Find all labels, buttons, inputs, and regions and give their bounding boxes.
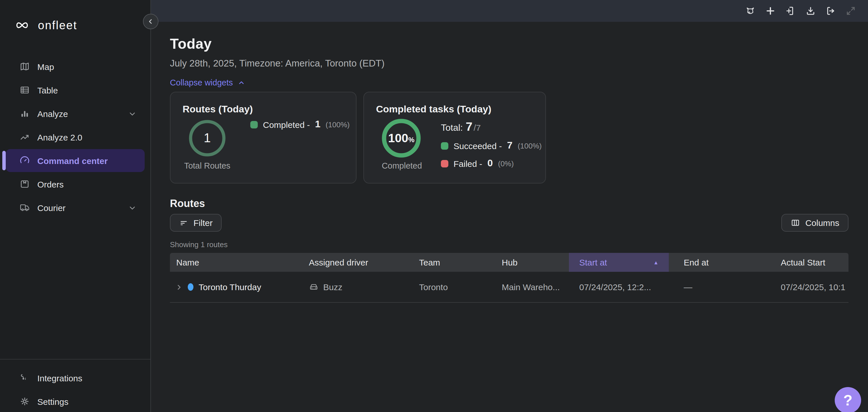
table-header-row: Name Assigned driver Team Hub Start at ▲…	[170, 253, 848, 272]
gear-icon	[20, 396, 30, 407]
sidebar-item-label: Courier	[37, 203, 65, 212]
sidebar-item-label: Settings	[37, 397, 68, 406]
bar-chart-icon	[20, 108, 30, 119]
legend-item-failed: Failed - 0 (0%)	[441, 158, 541, 169]
legend-item-completed: Completed - 1 (100%)	[250, 119, 350, 130]
download-icon[interactable]	[805, 6, 816, 16]
table-icon	[20, 85, 30, 95]
sidebar-item-orders[interactable]: Orders	[6, 173, 145, 196]
filter-icon	[179, 218, 188, 227]
onfleet-logo: onfleet	[0, 0, 150, 36]
showing-count: Showing 1 routes	[170, 240, 849, 249]
main-area: Today July 28th, 2025, Timezone: America…	[151, 0, 868, 412]
sidebar-nav: Map Table Analyze	[0, 55, 150, 219]
end-at-cell: —	[669, 282, 774, 292]
sidebar-item-label: Integrations	[37, 373, 82, 383]
truck-icon	[20, 202, 30, 213]
legend-label: Completed -	[263, 119, 310, 129]
columns-icon	[790, 218, 800, 228]
sidebar-item-command-center[interactable]: Command center	[6, 149, 145, 172]
legend-pct: (0%)	[498, 159, 514, 168]
help-button[interactable]: ?	[835, 387, 861, 412]
column-header-assigned-driver[interactable]: Assigned driver	[302, 253, 412, 272]
actual-start-cell: 07/24/2025, 10:1	[774, 282, 848, 292]
car-front-icon	[309, 282, 319, 292]
legend-item-succeeded: Succeeded - 7 (100%)	[441, 140, 541, 151]
chevron-down-icon	[128, 109, 136, 118]
team-cell: Toronto	[412, 282, 495, 292]
table-row[interactable]: Toronto Thurday Buzz Toronto	[170, 272, 848, 303]
sidebar-item-analyze[interactable]: Analyze	[6, 102, 145, 125]
gauge-icon	[20, 156, 30, 166]
trending-up-icon	[20, 132, 30, 142]
sidebar: onfleet Map Table	[0, 0, 151, 412]
legend-pct: (100%)	[518, 141, 541, 150]
widget-title: Completed tasks (Today)	[376, 104, 491, 115]
legend-swatch-green	[250, 121, 258, 128]
widgets-row: Routes (Today) 1 Total Routes Completed …	[170, 92, 849, 183]
onfleet-infinity-icon	[12, 20, 32, 31]
sidebar-item-courier[interactable]: Courier	[6, 196, 145, 219]
routes-section-title: Routes	[170, 198, 849, 210]
legend-pct: (100%)	[326, 120, 350, 129]
routes-today-widget: Routes (Today) 1 Total Routes Completed …	[170, 92, 356, 183]
total-suffix: /7	[474, 123, 481, 133]
hub-cell: Main Wareho...	[495, 282, 569, 292]
legend-swatch-red	[441, 160, 448, 167]
driver-name: Buzz	[323, 282, 342, 292]
filter-button-label: Filter	[193, 218, 213, 228]
sidebar-item-map[interactable]: Map	[6, 55, 145, 78]
chevron-left-icon	[147, 18, 154, 25]
fox-settings-icon[interactable]	[745, 6, 755, 16]
sidebar-item-table[interactable]: Table	[6, 78, 145, 102]
legend-value: 0	[487, 158, 493, 169]
column-header-name[interactable]: Name	[170, 253, 302, 272]
sidebar-item-integrations[interactable]: Integrations	[6, 367, 145, 389]
completed-tasks-widget: Completed tasks (Today) 100% Completed T…	[363, 92, 546, 183]
column-header-start-at[interactable]: Start at ▲	[569, 253, 669, 272]
package-icon	[20, 179, 30, 189]
logo-wordmark: onfleet	[38, 19, 77, 32]
column-header-team[interactable]: Team	[412, 253, 495, 272]
onfleet-app: onfleet Map Table	[0, 0, 868, 412]
legend-label: Failed -	[454, 159, 482, 168]
expand-icon[interactable]	[846, 6, 856, 16]
map-icon	[20, 61, 30, 72]
sidebar-bottom-nav: Integrations Settings	[0, 359, 150, 412]
route-name: Toronto Thurday	[198, 282, 261, 292]
filter-button[interactable]: Filter	[170, 214, 222, 232]
sidebar-spacer	[0, 219, 150, 359]
tasks-donut-chart: 100%	[381, 117, 422, 159]
total-label: Total:	[441, 123, 463, 133]
routes-donut-value: 1	[188, 119, 227, 158]
column-header-actual-start[interactable]: Actual Start	[774, 253, 848, 272]
collapse-sidebar-button[interactable]	[143, 14, 158, 29]
columns-button-label: Columns	[805, 218, 839, 228]
column-header-end-at[interactable]: End at	[669, 253, 774, 272]
plug-icon	[20, 373, 30, 383]
sidebar-item-analyze-2[interactable]: Analyze 2.0	[6, 126, 145, 148]
sidebar-item-label: Table	[37, 85, 58, 95]
route-name-cell: Toronto Thurday	[170, 282, 302, 292]
content: Today July 28th, 2025, Timezone: America…	[151, 22, 868, 412]
sidebar-item-label: Map	[37, 62, 54, 71]
import-task-icon[interactable]	[785, 6, 796, 16]
export-icon[interactable]	[826, 6, 836, 16]
chevron-up-icon	[237, 79, 245, 86]
legend-label: Succeeded -	[454, 141, 502, 150]
chevron-right-icon[interactable]	[175, 283, 183, 291]
add-icon[interactable]	[765, 6, 776, 16]
collapse-widgets-link[interactable]: Collapse widgets	[170, 78, 245, 87]
sidebar-item-label: Analyze 2.0	[37, 132, 82, 142]
routes-table: Name Assigned driver Team Hub Start at ▲…	[170, 253, 848, 303]
routes-donut-caption: Total Routes	[170, 161, 244, 170]
column-header-hub[interactable]: Hub	[495, 253, 569, 272]
tasks-donut-caption: Completed	[365, 161, 439, 170]
routes-donut-chart: 1	[188, 119, 227, 158]
table-toolbar: Filter Columns	[170, 214, 848, 232]
total-value: 7	[466, 120, 472, 134]
page-title: Today	[170, 36, 849, 52]
columns-button[interactable]: Columns	[781, 214, 848, 232]
sidebar-item-settings[interactable]: Settings	[6, 390, 145, 412]
tasks-total: Total: 7 /7	[441, 120, 541, 134]
